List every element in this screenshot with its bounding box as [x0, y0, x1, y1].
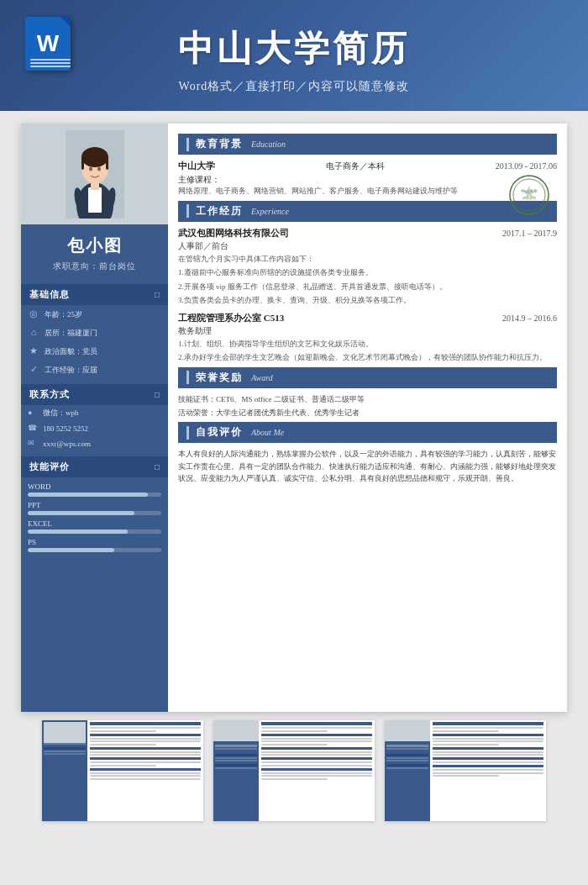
skill-excel-label: EXCEL	[28, 519, 161, 528]
skill-ps-fill	[28, 548, 114, 552]
thumbnail-1	[42, 720, 203, 821]
thumb1-line5	[90, 744, 156, 745]
thumb1-line4	[90, 740, 201, 742]
thumb2-line4	[261, 740, 372, 742]
skills-section: WORD PPT EXCEL PS	[21, 477, 168, 561]
location-text: 居所：福建厦门	[45, 328, 97, 339]
thumb3-line11	[433, 775, 499, 777]
job2-company: 工程院管理系办公室 C513	[178, 312, 284, 324]
info-location: ⌂ 居所：福建厦门	[21, 324, 168, 342]
edu-row-1: 中山大学 电子商务／本科 2013.09 - 2017.06	[178, 160, 557, 172]
svg-text:毕业证书: 毕业证书	[522, 196, 536, 200]
thumb3-line1	[433, 727, 543, 729]
skill-excel-bar	[28, 529, 161, 534]
job2-dept: 教务助理	[178, 325, 557, 337]
award-activity: 活动荣誉：大学生记者团优秀新生代表、优秀学生记者	[178, 407, 557, 419]
thumb3-line7	[433, 754, 543, 756]
word-line-2	[30, 62, 71, 64]
job2-date: 2014.9 – 2016.6	[502, 313, 557, 323]
thumb2-line3	[261, 738, 372, 740]
info-experience: ✓ 工作经验：应届	[21, 361, 168, 379]
edu-section-title-en: Education	[251, 140, 286, 149]
skills-icon: □	[155, 462, 160, 471]
contact-email: ✉ xxxr@wps.com	[21, 436, 168, 451]
job1-header: 武汉包图网络科技有限公司 2017.1 – 2017.9	[178, 227, 557, 240]
thumb3-line3	[433, 738, 543, 740]
thumb3-line6	[433, 751, 543, 753]
phone-text: 180 5252 5252	[43, 424, 88, 433]
skill-word-bar	[28, 493, 161, 497]
skill-ps-label: PS	[28, 538, 161, 546]
award-activity-label: 活动荣誉：	[178, 408, 216, 417]
thumb1-line9	[90, 765, 156, 766]
thumb1-line2	[90, 730, 156, 732]
job1-detail3: 3.负责各类会员卡的办理、换卡、查询、升级、积分兑换等各项工作。	[178, 295, 557, 307]
thumb1-line7	[90, 754, 201, 756]
email-icon: ✉	[28, 439, 38, 449]
thumb2-line12	[261, 778, 328, 780]
thumb1-line1	[90, 727, 201, 729]
svg-point-5	[81, 147, 108, 167]
email-text: xxxr@wps.com	[43, 440, 91, 448]
job-title: 求职意向：前台岗位	[29, 261, 160, 272]
experience-icon: ✓	[28, 364, 39, 376]
thumb1-line6	[90, 751, 201, 753]
thumb1-header-bar	[90, 722, 201, 725]
about-text: 本人有良好的人际沟通能力，熟练掌握办公软件，以及一定的外语能力，具有较强的学习能…	[178, 448, 557, 484]
location-icon: ⌂	[28, 327, 39, 339]
thumb2-line10	[261, 772, 372, 774]
thumb2-line8	[261, 761, 372, 763]
wechat-text: 微信：wph	[43, 408, 79, 419]
thumb2-line1	[261, 727, 372, 729]
word-icon-lines	[30, 59, 71, 69]
thumbnail-3	[385, 720, 546, 821]
thumb2-line7	[261, 754, 372, 756]
thumb1-content	[87, 720, 203, 821]
exp-section-title-zh: 工作经历	[196, 204, 243, 219]
resume-sidebar: 包小图 求职意向：前台岗位 基础信息 □ ◎ 年龄：25岁 ⌂ 居所：福建厦门 …	[21, 124, 168, 712]
thumb2-content	[259, 720, 375, 821]
skill-word-fill	[28, 493, 148, 497]
edu-school: 中山大学	[178, 160, 215, 172]
award-section-title-en: Award	[251, 373, 273, 382]
thumb3-header-bar	[433, 722, 543, 725]
thumb1-sidebar	[42, 720, 87, 821]
job1-date: 2017.1 – 2017.9	[502, 229, 557, 238]
award-cert-label: 技能证书：	[178, 395, 216, 403]
info-age: ◎ 年龄：25岁	[21, 305, 168, 324]
thumb2-sidebar	[213, 720, 259, 821]
thumb3-line2	[433, 730, 499, 732]
contact-icon: □	[155, 390, 160, 399]
svg-point-9	[97, 166, 101, 171]
thumb3-sidebar	[385, 720, 430, 821]
svg-rect-10	[91, 182, 99, 190]
contact-phone: ☎ 180 5252 5252	[21, 421, 168, 436]
thumb1-line12	[90, 778, 201, 780]
basic-info-header: 基础信息 □	[21, 284, 168, 305]
job1-detail2: 2.开展各项 vip 服务工作（信息登录、礼品赠送、开具首通发票、接听电话等）。	[178, 282, 557, 293]
awards-section-header: 荣誉奖励 Award	[178, 367, 557, 388]
edu-courses: 网络原理、电子商务、网络营销、网站推广、客户服务、电子商务网站建设与维护等	[178, 186, 557, 198]
experience-text: 工作经验：应届	[45, 365, 97, 376]
contact-wechat: ● 微信：wph	[21, 405, 168, 421]
thumb1-photo	[44, 722, 86, 743]
political-icon: ★	[28, 345, 39, 357]
edu-degree: 电子商务／本科	[326, 161, 385, 172]
job1-detail1: 1.遵循前中心服务标准向所辖的的设施提供各类专业服务。	[178, 267, 557, 279]
skills-header: 技能评价 □	[21, 456, 168, 477]
resume-wrapper: 包小图 求职意向：前台岗位 基础信息 □ ◎ 年龄：25岁 ⌂ 居所：福建厦门 …	[0, 111, 588, 851]
about-section-title-en: About Me	[251, 428, 284, 437]
thumb3-line9	[433, 769, 543, 771]
seal-decoration: 中山大学 毕业证书	[508, 174, 550, 216]
exp-section-line	[186, 204, 189, 218]
award-section-line	[186, 371, 189, 384]
thumb3-line5	[433, 744, 499, 745]
thumb1-line10	[90, 772, 201, 774]
exp-section-title-en: Experience	[251, 207, 289, 216]
thumb3-line4	[433, 740, 543, 742]
skill-ppt-fill	[28, 511, 134, 515]
job2-detail2: 2.承办好学生会部的学生文艺晚会（如迎新晚会、文化艺术节闭幕式晚会），有较强的团…	[178, 352, 557, 364]
edu-section-title-zh: 教育背景	[196, 137, 243, 151]
basic-info-title: 基础信息	[29, 288, 70, 301]
phone-icon: ☎	[28, 424, 38, 434]
